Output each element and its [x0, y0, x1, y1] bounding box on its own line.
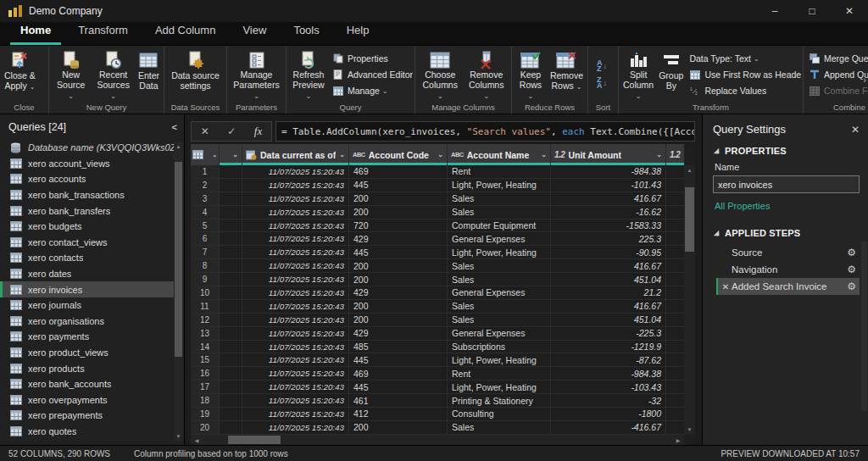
choose-columns-button[interactable]: Choose Columns ⌄ [417, 47, 464, 102]
fx-icon[interactable]: fx [254, 125, 262, 138]
date-cell[interactable]: 11/07/2025 15:20:43 [242, 219, 349, 232]
row-number-cell[interactable]: 15 [191, 353, 220, 366]
ribbon-tab[interactable]: Add Column [145, 19, 226, 45]
row-number-cell[interactable]: 11 [191, 300, 220, 313]
scroll-up-icon[interactable]: ▲ [684, 165, 695, 175]
all-properties-link[interactable]: All Properties [715, 201, 770, 211]
properties-button[interactable]: Properties [332, 51, 413, 67]
unit-amount-cell[interactable]: -984.38 [551, 165, 666, 178]
minimize-button[interactable]: – [756, 0, 793, 22]
blank-cell[interactable] [220, 232, 242, 245]
unit-amount-cell[interactable]: -225.3 [551, 327, 666, 340]
account-code-cell[interactable]: 429 [349, 327, 448, 340]
account-code-cell[interactable]: 485 [349, 341, 448, 353]
account-name-cell[interactable]: Sales [448, 273, 551, 286]
unit-amount-cell[interactable]: 416.67 [551, 192, 666, 205]
date-cell[interactable]: 11/07/2025 15:20:43 [242, 246, 349, 258]
query-list-item[interactable]: xero bank_transactions [0, 187, 174, 203]
split-column-button[interactable]: Split Column ⌄ [620, 47, 656, 102]
remove-rows-button[interactable]: Remove Rows ⌄ [548, 47, 586, 102]
step-settings-gear-icon[interactable]: ⚙ [847, 264, 856, 275]
quantity-cell[interactable] [666, 179, 684, 192]
date-cell[interactable]: 11/07/2025 15:20:43 [242, 300, 349, 313]
step-settings-gear-icon[interactable]: ⚙ [847, 280, 856, 292]
quantity-cell[interactable] [666, 394, 684, 407]
unit-amount-cell[interactable]: -1583.33 [551, 219, 666, 232]
query-list-item[interactable]: Database name (K3VQQIQ3Wks0Z0c2cVV... [0, 140, 174, 156]
applied-step[interactable]: ✕ Source ⚙ [716, 244, 860, 261]
blank-cell[interactable] [220, 192, 242, 205]
unit-amount-cell[interactable]: -32 [551, 394, 666, 407]
account-code-cell[interactable]: 200 [349, 259, 448, 272]
replace-values-button[interactable]: 12 Replace Values [689, 83, 801, 99]
row-number-cell[interactable]: 8 [191, 259, 220, 272]
unit-amount-cell[interactable]: 416.67 [551, 300, 666, 313]
account-code-cell[interactable]: 200 [349, 206, 448, 219]
account-code-cell[interactable]: 469 [349, 165, 448, 178]
unit-amount-cell[interactable]: -416.67 [551, 421, 666, 434]
account-name-cell[interactable]: General Expenses [448, 327, 551, 340]
scroll-up-icon[interactable]: ▲ [174, 142, 183, 152]
account-name-cell[interactable]: Subscriptions [448, 341, 551, 353]
ribbon-tab[interactable]: Transform [68, 19, 138, 45]
delete-step-icon[interactable]: ✕ [720, 282, 732, 292]
unit-amount-cell[interactable]: -87.62 [551, 353, 666, 366]
sort-descending-button[interactable]: Z A ↓ [597, 77, 607, 89]
grid-vscroll-thumb[interactable] [685, 187, 694, 252]
account-code-cell[interactable]: 200 [349, 314, 448, 326]
quantity-cell[interactable] [666, 286, 684, 299]
query-list-item[interactable]: xero journals [0, 297, 174, 314]
column-filter-icon[interactable]: ⌄ [339, 151, 345, 158]
scroll-down-icon[interactable]: ▼ [684, 425, 695, 435]
account-code-cell[interactable]: 469 [349, 367, 448, 380]
advanced-editor-button[interactable]: Advanced Editor [332, 67, 413, 83]
account-name-cell[interactable]: Light, Power, Heating [448, 353, 551, 366]
quantity-cell[interactable] [666, 300, 684, 313]
chevron-down-icon[interactable]: ⌄ [212, 152, 217, 158]
blank-cell[interactable] [220, 219, 242, 232]
query-list-item[interactable]: xero dates [0, 266, 174, 282]
row-number-cell[interactable]: 1 [191, 165, 220, 178]
ribbon-tab[interactable]: Help [337, 19, 380, 45]
recent-sources-button[interactable]: Recent Sources ⌄ [91, 47, 135, 102]
column-header-quantity[interactable]: 1.2 Quantity [666, 144, 684, 165]
column-header-data-current-as-of[interactable]: Data current as of ⌄ [242, 144, 349, 165]
data-source-settings-button[interactable]: Data source settings [169, 47, 222, 102]
unit-amount-cell[interactable]: -1800 [551, 408, 666, 420]
queries-scrollbar-thumb[interactable] [175, 162, 182, 357]
merge-queries-button[interactable]: Merge Queries [809, 51, 868, 67]
ribbon-tab[interactable]: Home [10, 19, 61, 45]
row-number-cell[interactable]: 6 [191, 232, 220, 245]
date-cell[interactable]: 11/07/2025 15:20:43 [242, 192, 349, 205]
blank-cell[interactable] [220, 300, 242, 313]
account-name-cell[interactable]: Sales [448, 206, 551, 219]
data-type-button[interactable]: Data Type: Text ⌄ [689, 51, 801, 67]
close-button[interactable]: ✕ [831, 0, 868, 22]
new-source-button[interactable]: New Source ⌄ [51, 47, 91, 102]
cancel-formula-icon[interactable]: ✕ [201, 125, 209, 137]
quantity-cell[interactable] [666, 192, 684, 205]
date-cell[interactable]: 11/07/2025 15:20:43 [242, 367, 349, 380]
account-code-cell[interactable]: 445 [349, 380, 448, 393]
quantity-cell[interactable] [666, 367, 684, 380]
remove-columns-button[interactable]: Remove Columns ⌄ [464, 47, 510, 102]
row-number-cell[interactable]: 7 [191, 246, 220, 258]
account-name-cell[interactable]: Rent [448, 367, 551, 380]
scroll-down-icon[interactable]: ▼ [174, 431, 183, 442]
query-list-item[interactable]: xero products [0, 360, 174, 376]
close-and-apply-button[interactable]: Close & Apply ⌄ [2, 47, 38, 102]
applied-step[interactable]: ✕ Added Search Invoice ⚙ [716, 278, 860, 295]
date-cell[interactable]: 11/07/2025 15:20:43 [242, 341, 349, 353]
grid-horizontal-scrollbar[interactable]: ◀ ▶ [191, 435, 684, 445]
grid-vertical-scrollbar[interactable]: ▲ ▼ [684, 165, 695, 435]
blank-cell[interactable] [220, 408, 242, 420]
query-list-item[interactable]: xero product_views [0, 345, 174, 361]
query-list-item[interactable]: xero contacts [0, 250, 174, 266]
date-cell[interactable]: 11/07/2025 15:20:43 [242, 314, 349, 326]
blank-cell[interactable] [220, 286, 242, 299]
row-number-cell[interactable]: 16 [191, 367, 220, 380]
account-code-cell[interactable]: 445 [349, 179, 448, 192]
account-code-cell[interactable]: 720 [349, 219, 448, 232]
step-settings-gear-icon[interactable]: ⚙ [847, 247, 856, 258]
row-number-cell[interactable]: 3 [191, 192, 220, 205]
